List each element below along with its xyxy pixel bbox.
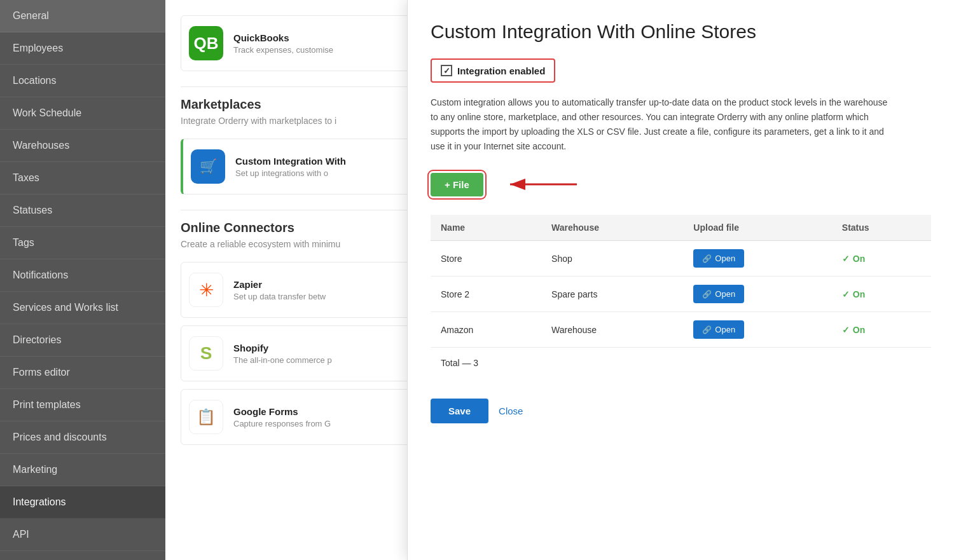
row-name-1: Store 2	[431, 277, 541, 312]
sidebar-item-print-templates[interactable]: Print templates	[0, 389, 165, 421]
zapier-card-desc: Set up data transfer betw	[233, 292, 326, 301]
sidebar-item-forms-editor[interactable]: Forms editor	[0, 357, 165, 389]
check-icon-2: ✓	[842, 325, 850, 335]
add-file-button[interactable]: + File	[431, 173, 483, 196]
save-button[interactable]: Save	[431, 399, 488, 423]
main-content: QB QuickBooks Track expenses, customise …	[165, 0, 954, 560]
col-header-warehouse: Warehouse	[541, 215, 683, 241]
enabled-label: Integration enabled	[457, 65, 545, 76]
custom-integration-card-name: Custom Integration With	[235, 156, 346, 167]
shopify-card-desc: The all-in-one commerce p	[233, 355, 332, 365]
custom-integration-card-desc: Set up integrations with o	[235, 168, 346, 178]
table-row: Store 2 Spare parts 🔗 Open ✓ On	[431, 277, 931, 312]
sidebar-item-directories[interactable]: Directories	[0, 324, 165, 357]
check-icon-0: ✓	[842, 254, 850, 264]
total-row: Total — 3	[431, 347, 931, 378]
arrow-indicator	[504, 172, 580, 197]
open-button-0[interactable]: 🔗 Open	[693, 249, 744, 268]
shopify-card-name: Shopify	[233, 343, 332, 353]
open-button-2[interactable]: 🔗 Open	[693, 320, 744, 339]
sidebar: General Employees Locations Work Schedul…	[0, 0, 165, 560]
panel-title: Custom Integration With Online Stores	[431, 20, 931, 43]
custom-integration-icon: 🛒	[191, 149, 225, 184]
shopify-icon: S	[189, 336, 223, 371]
integration-enabled-badge[interactable]: ✓ Integration enabled	[431, 58, 555, 83]
table-row: Store Shop 🔗 Open ✓ On	[431, 241, 931, 277]
open-button-1[interactable]: 🔗 Open	[693, 285, 744, 303]
sidebar-item-services-and-works-list[interactable]: Services and Works list	[0, 292, 165, 324]
row-status-2: ✓ On	[832, 312, 931, 348]
row-warehouse-1: Spare parts	[541, 277, 683, 312]
row-upload-1: 🔗 Open	[683, 277, 831, 312]
close-button[interactable]: Close	[499, 406, 523, 416]
row-name-2: Amazon	[431, 312, 541, 348]
sidebar-item-notifications[interactable]: Notifications	[0, 259, 165, 292]
check-icon-1: ✓	[842, 289, 850, 299]
status-on-0: ✓ On	[842, 254, 865, 264]
sidebar-item-tags[interactable]: Tags	[0, 227, 165, 259]
row-status-1: ✓ On	[832, 277, 931, 312]
sidebar-item-locations[interactable]: Locations	[0, 65, 165, 97]
sidebar-item-general[interactable]: General	[0, 0, 165, 32]
sidebar-item-prices-and-discounts[interactable]: Prices and discounts	[0, 421, 165, 454]
row-upload-0: 🔗 Open	[683, 241, 831, 277]
enabled-checkbox[interactable]: ✓	[441, 65, 452, 76]
detail-panel: Custom Integration With Online Stores ✓ …	[407, 0, 954, 560]
sidebar-item-marketing[interactable]: Marketing	[0, 454, 165, 486]
row-status-0: ✓ On	[832, 241, 931, 277]
panel-description: Custom integration allows you to automat…	[431, 95, 888, 154]
sidebar-item-api[interactable]: API	[0, 519, 165, 551]
add-file-row: + File	[431, 172, 931, 197]
status-on-1: ✓ On	[842, 289, 865, 299]
sidebar-item-statuses[interactable]: Statuses	[0, 195, 165, 227]
panel-footer: Save Close	[431, 399, 931, 423]
sidebar-item-taxes[interactable]: Taxes	[0, 162, 165, 195]
row-warehouse-0: Shop	[541, 241, 683, 277]
sidebar-item-employees[interactable]: Employees	[0, 32, 165, 65]
row-name-0: Store	[431, 241, 541, 277]
integrations-table: Name Warehouse Upload file Status Store …	[431, 215, 931, 347]
sidebar-item-integrations[interactable]: Integrations	[0, 486, 165, 519]
sidebar-item-work-schedule[interactable]: Work Schedule	[0, 97, 165, 130]
row-upload-2: 🔗 Open	[683, 312, 831, 348]
quickbooks-icon: QB	[189, 26, 223, 60]
status-on-2: ✓ On	[842, 325, 865, 335]
google-forms-icon: 📋	[189, 400, 223, 434]
table-row: Amazon Warehouse 🔗 Open ✓ On	[431, 312, 931, 348]
zapier-card-name: Zapier	[233, 279, 326, 290]
total-label: Total — 3	[441, 358, 478, 368]
google-forms-card-name: Google Forms	[233, 406, 331, 417]
quickbooks-card-desc: Track expenses, customise	[233, 45, 333, 55]
arrow-svg	[504, 172, 580, 197]
col-header-status: Status	[832, 215, 931, 241]
sidebar-item-warehouses[interactable]: Warehouses	[0, 130, 165, 162]
google-forms-card-desc: Capture responses from G	[233, 419, 331, 428]
row-warehouse-2: Warehouse	[541, 312, 683, 348]
col-header-upload-file: Upload file	[683, 215, 831, 241]
col-header-name: Name	[431, 215, 541, 241]
quickbooks-card-name: QuickBooks	[233, 32, 333, 43]
zapier-icon: ✳	[189, 273, 223, 307]
